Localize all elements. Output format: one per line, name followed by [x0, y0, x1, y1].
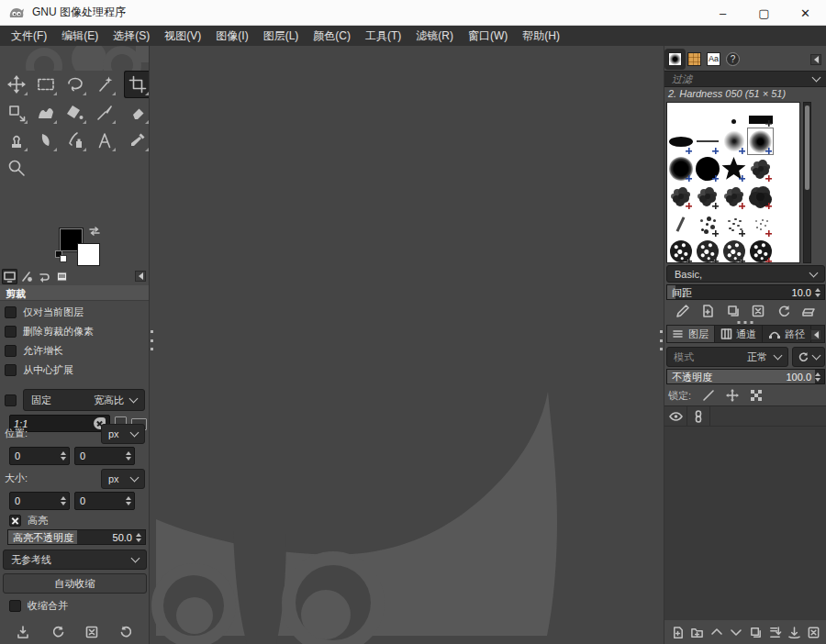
brush-dots-medium[interactable]: [720, 210, 747, 238]
brush-chalk-02[interactable]: [667, 183, 694, 210]
layer-mode-dropdown[interactable]: 模式 正常: [666, 347, 788, 367]
brush-hardness-075[interactable]: [667, 155, 694, 183]
delete-tool-preset-button[interactable]: [82, 623, 102, 641]
menu-item[interactable]: 图像(I): [208, 26, 255, 47]
lower-layer-button[interactable]: [726, 623, 745, 641]
brush-slash[interactable]: [667, 210, 694, 238]
shrink-merged-checkbox[interactable]: [9, 600, 21, 612]
right-splitter-handle[interactable]: [660, 330, 663, 350]
guides-dropdown[interactable]: 无参考线: [3, 550, 147, 570]
rectangle-select-tool[interactable]: [32, 71, 60, 98]
new-layer-button[interactable]: [668, 623, 687, 641]
duplicate-layer-button[interactable]: [746, 623, 765, 641]
free-select-tool[interactable]: [61, 71, 89, 98]
spinner-arrows[interactable]: [61, 451, 66, 461]
bucket-fill-tool[interactable]: [61, 99, 89, 127]
edit-brush-button[interactable]: [673, 302, 693, 320]
new-layer-group-button[interactable]: [687, 623, 707, 641]
brush-empty[interactable]: [694, 103, 720, 128]
spinner-arrows[interactable]: [61, 496, 66, 505]
position-y-input[interactable]: 0: [74, 447, 135, 465]
lock-alpha-icon[interactable]: [750, 389, 763, 402]
lock-pixels-icon[interactable]: [702, 389, 715, 402]
fuzzy-select-tool[interactable]: [91, 71, 118, 98]
reset-tool-options-button[interactable]: [117, 623, 137, 641]
warp-transform-tool[interactable]: [32, 99, 60, 127]
spinner-arrows[interactable]: [126, 496, 131, 505]
eraser-tool[interactable]: [124, 99, 150, 127]
mode-switch-button[interactable]: [792, 347, 825, 367]
zoom-tool[interactable]: [3, 154, 30, 182]
left-splitter-handle[interactable]: [151, 330, 153, 350]
refresh-brushes-button[interactable]: [774, 302, 794, 320]
brush-hardness-050[interactable]: [747, 128, 774, 155]
brush-block[interactable]: [747, 103, 774, 128]
new-brush-button[interactable]: [698, 302, 718, 320]
crop-tool[interactable]: [124, 71, 150, 98]
brush-filter-input[interactable]: 过滤: [664, 71, 826, 87]
paintbrush-tool[interactable]: [91, 99, 118, 127]
menu-item[interactable]: 视图(V): [157, 26, 208, 47]
dock-splitter-handle[interactable]: [736, 321, 755, 324]
highlight-checkbox[interactable]: [9, 515, 21, 527]
checkbox[interactable]: [5, 326, 17, 338]
lock-position-icon[interactable]: [726, 389, 739, 402]
delete-layer-button[interactable]: [804, 623, 823, 641]
color-picker-tool[interactable]: [124, 127, 150, 154]
menu-item[interactable]: 图层(L): [256, 26, 307, 47]
brush-dots-fine[interactable]: [747, 210, 774, 238]
checkbox[interactable]: [5, 345, 17, 357]
anchor-layer-button[interactable]: [785, 623, 804, 641]
spinner-arrows[interactable]: [136, 533, 141, 542]
tool-options-menu-button[interactable]: [135, 271, 146, 282]
brush-sponge-02[interactable]: [694, 238, 720, 263]
menu-item[interactable]: 滤镜(R): [408, 26, 461, 47]
scrollbar-thumb[interactable]: [805, 105, 809, 190]
undo-history-tab[interactable]: [37, 269, 52, 284]
highlight-opacity-slider[interactable]: 高亮不透明度 50.0: [7, 529, 146, 545]
fixed-checkbox[interactable]: [5, 394, 17, 406]
duplicate-brush-button[interactable]: [723, 302, 743, 320]
menu-item[interactable]: 选择(S): [106, 26, 157, 47]
images-tab[interactable]: [54, 269, 70, 284]
brushes-menu-button[interactable]: [810, 54, 821, 65]
menu-item[interactable]: 帮助(H): [515, 26, 567, 47]
save-tool-preset-button[interactable]: [13, 623, 33, 641]
spinner-arrows[interactable]: [815, 372, 820, 382]
auto-shrink-button[interactable]: 自动收缩: [3, 573, 147, 594]
open-brush-as-image-button[interactable]: [798, 302, 819, 320]
merge-layer-button[interactable]: [765, 623, 785, 641]
layers-menu-button[interactable]: [810, 329, 821, 340]
maximize-button[interactable]: ▢: [743, 0, 785, 26]
brush-dot-small[interactable]: [720, 103, 747, 128]
canvas-area[interactable]: [150, 46, 664, 644]
clone-tool[interactable]: [3, 127, 30, 154]
brush-sponge-04[interactable]: [747, 238, 774, 263]
tool-options-tab[interactable]: [2, 269, 17, 284]
brushes-tab[interactable]: [666, 50, 684, 68]
size-unit-dropdown[interactable]: px: [101, 469, 145, 489]
checkbox[interactable]: [5, 364, 17, 376]
brush-charcoal[interactable]: [747, 183, 774, 210]
default-colors-icon[interactable]: [55, 250, 69, 264]
layers-tab[interactable]: 图层: [667, 326, 715, 342]
restore-tool-preset-button[interactable]: [48, 623, 68, 641]
layer-list[interactable]: [664, 405, 826, 620]
fixed-dropdown[interactable]: 固定 宽高比: [23, 389, 145, 411]
background-color-swatch[interactable]: [77, 243, 100, 266]
brush-star[interactable]: [720, 155, 747, 183]
device-status-tab[interactable]: [19, 269, 35, 284]
brush-sponge-01[interactable]: [667, 238, 694, 263]
brush-ellipse[interactable]: [667, 128, 694, 155]
position-unit-dropdown[interactable]: px: [101, 424, 145, 444]
visibility-toggle[interactable]: [664, 406, 687, 426]
spinner-arrows[interactable]: [815, 288, 820, 297]
delete-brush-button[interactable]: [748, 302, 768, 320]
minimize-button[interactable]: –: [702, 0, 743, 26]
link-toggle[interactable]: [687, 406, 710, 426]
swap-colors-icon[interactable]: [87, 225, 102, 238]
channels-tab[interactable]: 通道: [715, 326, 763, 342]
spinner-arrows[interactable]: [126, 451, 131, 461]
size-height-input[interactable]: 0: [74, 492, 135, 510]
patterns-tab[interactable]: [686, 50, 703, 68]
